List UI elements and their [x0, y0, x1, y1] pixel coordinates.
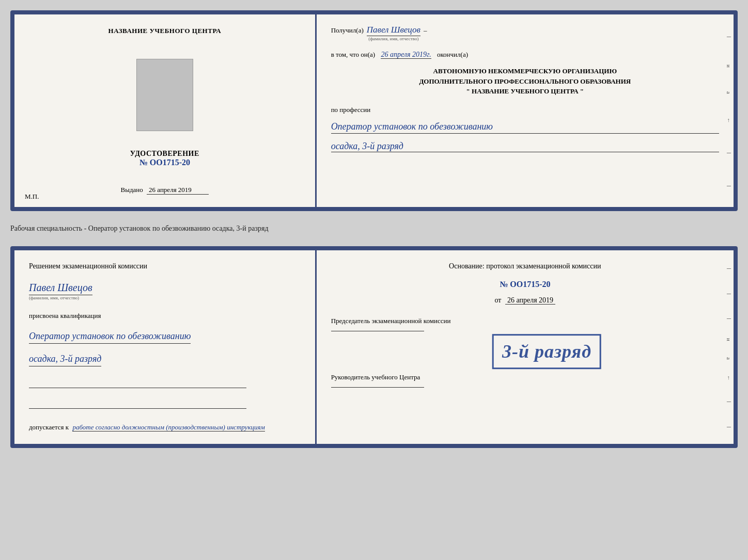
udostoverenie-block: УДОСТОВЕРЕНИЕ № OO1715-20: [130, 150, 199, 167]
top-doc-right: Получил(а) Павел Швецов (фамилия, имя, о…: [317, 14, 734, 207]
mp-label: М.П.: [25, 193, 39, 201]
poluchil-label: Получил(а): [331, 26, 364, 35]
rukovoditel-sig-line: [331, 387, 424, 388]
top-document: НАЗВАНИЕ УЧЕБНОГО ЦЕНТРА УДОСТОВЕРЕНИЕ №…: [10, 10, 738, 211]
fio-sublabel: (фамилия, имя, отчество): [368, 36, 418, 41]
side-dash-1: –: [727, 31, 731, 41]
b-side-letter-arrow: ←: [726, 375, 732, 381]
osnovanie-label: Основание: протокол экзаменационной коми…: [331, 261, 719, 271]
side-letter-arrow: ←: [726, 118, 732, 123]
b-side-dash-1: –: [727, 263, 731, 273]
top-training-center-label: НАЗВАНИЕ УЧЕБНОГО ЦЕНТРА: [108, 27, 222, 35]
prisvoena-label: присвоена квалификация: [29, 312, 101, 320]
side-marks-top: – и а ← – –: [724, 14, 734, 207]
dopuskaetsya-block: допускается к работе согласно должностны…: [29, 423, 265, 431]
top-doc-left: НАЗВАНИЕ УЧЕБНОГО ЦЕНТРА УДОСТОВЕРЕНИЕ №…: [14, 14, 317, 207]
side-dash-3: –: [727, 181, 731, 190]
vydano-label: Выдано: [121, 186, 143, 194]
side-marks-bottom: – – – и а ← – –: [724, 250, 734, 444]
org-block: АВТОНОМНУЮ НЕКОММЕРЧЕСКУЮ ОРГАНИЗАЦИЮ ДО…: [331, 66, 719, 97]
org-line1: АВТОНОМНУЮ НЕКОММЕРЧЕСКУЮ ОРГАНИЗАЦИЮ: [331, 66, 719, 76]
qual-line1: Оператор установок по обезвоживанию: [29, 329, 191, 344]
bottom-cert-number: № OO1715-20: [331, 280, 719, 289]
org-line2: ДОПОЛНИТЕЛЬНОГО ПРОФЕССИОНАЛЬНОГО ОБРАЗО…: [331, 76, 719, 87]
b-side-letter-a: а: [726, 357, 732, 360]
okonchil-label: окончил(а): [437, 51, 468, 58]
side-letter-i: и: [726, 65, 732, 68]
rukovoditel-label: Руководитель учебного Центра: [331, 372, 719, 382]
po-professii-label: по профессии: [331, 106, 719, 114]
side-letter-a: а: [726, 91, 732, 94]
top-cert-number: № OO1715-20: [130, 158, 199, 167]
bottom-doc-left: Решением экзаменационной комиссии Павел …: [14, 250, 317, 444]
b-side-letter-i: и: [726, 338, 732, 341]
person-sublabel: (фамилия, имя, отчество): [29, 295, 92, 300]
predsedatel-block: Председатель экзаменационной комиссии: [331, 316, 719, 336]
dash-after-name: –: [424, 26, 427, 35]
vydano-block: Выдано 26 апреля 2019: [121, 186, 209, 195]
udostoverenie-title: УДОСТОВЕРЕНИЕ: [130, 150, 199, 158]
bottom-document: Решением экзаменационной комиссии Павел …: [10, 246, 738, 448]
bottom-doc-right: Основание: протокол экзаменационной коми…: [317, 250, 734, 444]
qual-line2: осадка, 3-й разряд: [29, 352, 101, 366]
dopusk-text: работе согласно должностным (производств…: [72, 423, 264, 431]
person-block: Павел Швецов (фамилия, имя, отчество): [29, 282, 92, 300]
b-side-dash-2: –: [727, 289, 731, 298]
ot-date-value: 26 апреля 2019: [505, 296, 555, 305]
stamp: 3-й разряд: [492, 334, 601, 369]
page-wrapper: НАЗВАНИЕ УЧЕБНОГО ЦЕНТРА УДОСТОВЕРЕНИЕ №…: [10, 10, 738, 448]
stamp-text: 3-й разряд: [502, 341, 591, 362]
received-line: Получил(а) Павел Швецов (фамилия, имя, о…: [331, 25, 719, 41]
separator-text: Рабочая специальность - Оператор установ…: [10, 220, 738, 237]
sig-line-1: [29, 378, 246, 388]
ot-label: от: [495, 296, 502, 304]
ot-date: от 26 апреля 2019: [331, 296, 719, 305]
dopuskaetsya-label: допускается к: [29, 423, 69, 431]
profession-handwritten: Оператор установок по обезвоживанию: [331, 120, 719, 134]
vtom-date: 26 апреля 2019г.: [381, 51, 431, 59]
sig-line-2: [29, 398, 246, 409]
vtom-label: в том, что он(а): [331, 51, 376, 58]
photo-placeholder: [136, 59, 193, 131]
resheniyem-label: Решением экзаменационной комиссии: [29, 261, 147, 271]
predsedatel-label: Председатель экзаменационной комиссии: [331, 316, 719, 326]
b-side-dash-4: –: [727, 396, 731, 406]
vtom-line: в том, что он(а) 26 апреля 2019г. окончи…: [331, 51, 719, 59]
recipient-name: Павел Швецов: [367, 25, 420, 36]
rukovoditel-block: Руководитель учебного Центра: [331, 372, 719, 392]
b-side-dash-5: –: [727, 422, 731, 431]
vydano-date: 26 апреля 2019: [147, 186, 209, 195]
razryad-handwritten: осадка, 3-й разряд: [331, 141, 719, 152]
org-line3: " НАЗВАНИЕ УЧЕБНОГО ЦЕНТРА ": [331, 86, 719, 97]
side-dash-2: –: [727, 148, 731, 157]
predsedatel-sig-line: [331, 331, 424, 331]
person-name: Павел Швецов: [29, 282, 92, 295]
b-side-dash-3: –: [727, 313, 731, 323]
